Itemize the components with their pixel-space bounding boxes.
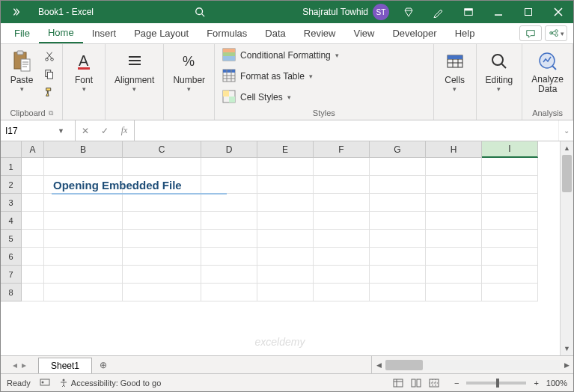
tab-help[interactable]: Help (446, 23, 484, 43)
insert-function-button[interactable]: fx (115, 120, 134, 141)
zoom-out-button[interactable]: − (451, 379, 462, 388)
col-header-I[interactable]: I (482, 141, 538, 158)
percent-icon: % (177, 49, 201, 73)
name-box[interactable]: ▼ (1, 120, 76, 141)
select-all-button[interactable] (1, 141, 22, 158)
scroll-up-icon[interactable]: ▲ (561, 141, 573, 155)
comments-button[interactable] (519, 25, 542, 41)
hscroll-thumb[interactable] (385, 360, 423, 370)
sheet-tab-sheet1[interactable]: Sheet1 (38, 358, 92, 373)
col-header-A[interactable]: A (22, 141, 44, 158)
user-account[interactable]: Shajratul Towhid ST (298, 4, 394, 20)
formula-cancel-button[interactable]: ✕ (76, 120, 95, 141)
svg-rect-15 (223, 49, 235, 52)
diamond-icon[interactable] (394, 1, 424, 23)
horizontal-scrollbar[interactable]: ◀ ▶ (371, 356, 573, 373)
formula-enter-button[interactable]: ✓ (95, 120, 115, 141)
vertical-scrollbar[interactable]: ▲ ▼ (560, 141, 573, 355)
quick-mode-icon[interactable] (424, 1, 454, 23)
cut-button[interactable] (41, 48, 58, 64)
row-header-6[interactable]: 6 (1, 248, 22, 266)
row-header-4[interactable]: 4 (1, 212, 22, 230)
scroll-left-icon[interactable]: ◀ (372, 361, 385, 369)
name-box-input[interactable] (5, 126, 58, 136)
cells-button[interactable]: Cells ▾ (439, 46, 471, 96)
col-header-D[interactable]: D (201, 141, 257, 158)
row-header-8[interactable]: 8 (1, 284, 22, 301)
tab-home[interactable]: Home (39, 23, 83, 43)
svg-rect-30 (394, 379, 403, 387)
paste-label: Paste (10, 75, 34, 85)
col-header-H[interactable]: H (426, 141, 482, 158)
tab-file[interactable]: File (5, 23, 39, 43)
tab-page-layout[interactable]: Page Layout (125, 23, 198, 43)
name-box-dropdown-icon[interactable]: ▼ (58, 127, 64, 135)
editing-label: Editing (486, 75, 513, 85)
formula-bar: ▼ ✕ ✓ fx ⌄ (1, 120, 573, 141)
close-button[interactable] (543, 1, 573, 23)
tab-insert[interactable]: Insert (83, 23, 126, 43)
page-layout-view-button[interactable] (408, 376, 424, 390)
row-header-2[interactable]: 2 (1, 176, 22, 194)
share-button[interactable]: ▾ (545, 25, 567, 41)
sheet-nav[interactable]: ◂▸ (1, 356, 38, 373)
zoom-in-button[interactable]: + (531, 379, 541, 388)
alignment-label: Alignment (115, 75, 154, 85)
paste-button[interactable]: Paste ▾ (5, 46, 38, 96)
group-number: % Number ▾ (164, 44, 215, 120)
svg-rect-6 (21, 59, 30, 71)
scroll-down-icon[interactable]: ▼ (561, 342, 573, 355)
format-painter-button[interactable] (41, 84, 58, 100)
accessibility-status[interactable]: Accessibility: Good to go (59, 379, 161, 388)
number-button[interactable]: % Number ▾ (168, 46, 210, 96)
minimize-button[interactable] (483, 1, 513, 23)
font-button[interactable]: A Font ▾ (67, 46, 100, 96)
scroll-right-icon[interactable]: ▶ (560, 361, 573, 369)
group-font: A Font ▾ (63, 44, 106, 120)
group-clipboard: Paste ▾ Clipboard⧉ (1, 44, 63, 120)
macro-record-icon[interactable] (40, 377, 50, 389)
conditional-formatting-button[interactable]: Conditional Formatting▾ (219, 46, 429, 64)
col-header-E[interactable]: E (257, 141, 314, 158)
cells-area[interactable]: Opening Embedded File exceldemy (22, 158, 538, 355)
zoom-slider[interactable] (466, 382, 526, 385)
svg-rect-10 (47, 72, 52, 79)
editing-button[interactable]: Editing ▾ (481, 46, 518, 96)
svg-rect-31 (412, 379, 415, 387)
tab-data[interactable]: Data (256, 23, 294, 43)
col-header-F[interactable]: F (314, 141, 370, 158)
page-break-view-button[interactable] (426, 376, 442, 390)
formula-bar-expand[interactable]: ⌄ (558, 120, 573, 141)
analyze-data-button[interactable]: Analyze Data (527, 46, 568, 97)
quick-access-more[interactable] (1, 7, 31, 17)
maximize-button[interactable] (513, 1, 543, 23)
tab-view[interactable]: View (344, 23, 383, 43)
cell-styles-icon (222, 90, 236, 105)
tab-developer[interactable]: Developer (383, 23, 445, 43)
cell-styles-button[interactable]: Cell Styles▾ (219, 88, 429, 106)
row-header-5[interactable]: 5 (1, 230, 22, 248)
col-header-C[interactable]: C (123, 141, 201, 158)
svg-rect-12 (78, 67, 90, 70)
normal-view-button[interactable] (390, 376, 406, 390)
row-header-1[interactable]: 1 (1, 158, 22, 176)
svg-rect-21 (223, 91, 229, 97)
clipboard-dialog-launcher[interactable]: ⧉ (49, 109, 53, 117)
new-sheet-button[interactable]: ⊕ (92, 356, 115, 373)
row-header-3[interactable]: 3 (1, 194, 22, 212)
format-as-table-button[interactable]: Format as Table▾ (219, 67, 429, 85)
status-bar: Ready Accessibility: Good to go − + 100% (1, 373, 573, 391)
col-header-B[interactable]: B (44, 141, 123, 158)
formula-input[interactable] (135, 120, 558, 141)
search-button[interactable] (101, 7, 298, 17)
copy-button[interactable] (41, 66, 58, 82)
tab-formulas[interactable]: Formulas (198, 23, 256, 43)
ribbon-display-icon[interactable] (454, 1, 483, 23)
tab-review[interactable]: Review (295, 23, 345, 43)
zoom-level[interactable]: 100% (546, 379, 567, 388)
col-header-G[interactable]: G (370, 141, 426, 158)
alignment-button[interactable]: Alignment ▾ (110, 46, 159, 96)
vscroll-thumb[interactable] (562, 155, 572, 192)
svg-rect-32 (417, 379, 421, 387)
row-header-7[interactable]: 7 (1, 266, 22, 284)
